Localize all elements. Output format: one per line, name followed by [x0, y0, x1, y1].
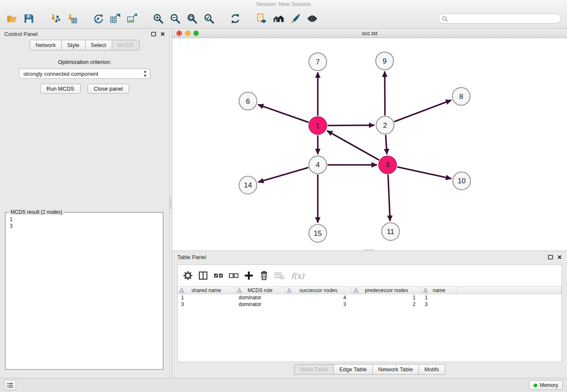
edge-4-to-14[interactable] — [258, 168, 308, 182]
control-tab-network[interactable]: Network — [30, 40, 62, 50]
table-options-button[interactable] — [181, 269, 195, 282]
node-6[interactable]: 6 — [239, 92, 257, 110]
cell-predecessor-nodes[interactable]: 2 — [352, 301, 421, 308]
edge-3-to-10[interactable] — [397, 167, 451, 179]
edge-1-to-6[interactable] — [258, 105, 309, 122]
cell-shared-name[interactable]: 3 — [178, 301, 235, 308]
table-row[interactable]: 3dominator323 — [178, 301, 561, 308]
search-input[interactable] — [438, 14, 561, 24]
edge-3-to-11[interactable] — [388, 174, 390, 221]
network-canvas[interactable]: 7968124314101511 — [172, 38, 567, 251]
cell-MCDS-role[interactable]: dominator — [235, 294, 285, 301]
toolbar-separator — [244, 18, 253, 19]
unselect-all-columns-button[interactable] — [227, 269, 240, 282]
import-network-from-database-button[interactable] — [254, 11, 269, 26]
cell-filler — [457, 301, 561, 308]
import-table-from-file-button[interactable] — [65, 11, 79, 26]
cell-name[interactable]: 3 — [421, 301, 457, 308]
edge-2-to-9[interactable] — [385, 72, 385, 116]
add-column-button[interactable] — [242, 269, 256, 282]
node-10[interactable]: 10 — [453, 172, 471, 190]
node-7[interactable]: 7 — [309, 53, 327, 71]
table-tab-network-table[interactable]: Network Table — [373, 364, 419, 375]
column-header-shared-name[interactable]: shared name — [178, 287, 235, 294]
float-panel-icon[interactable] — [151, 32, 156, 36]
node-14[interactable]: 14 — [239, 176, 257, 194]
toolbar-separator — [217, 18, 227, 19]
zoom-selected-button[interactable] — [202, 11, 216, 26]
import-network-from-file-icon — [50, 13, 61, 24]
task-history-button[interactable] — [4, 380, 16, 390]
node-15[interactable]: 15 — [309, 224, 327, 242]
select-all-columns-button[interactable] — [212, 269, 225, 282]
node-3[interactable]: 3 — [379, 156, 396, 174]
toolbar-separator — [37, 18, 47, 19]
delete-columns-button[interactable] — [257, 269, 271, 282]
window-minimize-button[interactable]: − — [185, 30, 190, 36]
show-hide-graphics-button[interactable] — [305, 11, 319, 26]
save-session-icon — [23, 13, 34, 24]
node-label: 6 — [246, 97, 250, 105]
node-11[interactable]: 11 — [382, 223, 399, 240]
table-row[interactable]: 1dominator411 — [178, 294, 561, 301]
vertical-splitter-grip[interactable] — [170, 198, 171, 209]
apply-preferred-layout-button[interactable] — [228, 11, 242, 26]
apply-style-icon — [290, 13, 301, 24]
node-2[interactable]: 2 — [376, 116, 394, 134]
float-table-panel-icon[interactable] — [548, 255, 553, 259]
memory-button[interactable]: Memory — [529, 381, 563, 390]
control-tab-select[interactable]: Select — [85, 40, 112, 50]
delete-table-button[interactable] — [272, 269, 286, 282]
node-8[interactable]: 8 — [452, 88, 470, 105]
cell-shared-name[interactable]: 1 — [178, 294, 235, 301]
table-tab-edge-table[interactable]: Edge Table — [334, 364, 373, 375]
new-network-button[interactable] — [91, 11, 105, 26]
column-header-label: successor nodes — [299, 287, 337, 293]
open-session-button[interactable] — [5, 11, 19, 26]
column-header-successor-nodes[interactable]: successor nodes — [285, 287, 352, 294]
zoom-fit-button[interactable] — [185, 11, 199, 26]
open-session-icon — [6, 13, 17, 24]
function-builder-button[interactable]: f(x) — [291, 271, 304, 280]
node-4[interactable]: 4 — [309, 156, 327, 174]
apply-style-button[interactable] — [288, 11, 303, 26]
table-tab-node-table[interactable]: Node Table — [294, 364, 334, 375]
edge-2-to-8[interactable] — [394, 100, 451, 122]
network-view-window: × − + scc.txt 7968124314101511 — [172, 29, 567, 251]
table-tab-motifs[interactable]: Motifs — [419, 364, 445, 375]
zoom-in-button[interactable] — [151, 11, 165, 26]
edge-2-to-3[interactable] — [386, 135, 387, 155]
close-mcds-panel-button[interactable]: Close panel — [88, 84, 129, 94]
application-window: Session: New Session Control Panel Netwo… — [0, 0, 567, 392]
control-tab-style[interactable]: Style — [62, 40, 85, 50]
node-9[interactable]: 9 — [376, 52, 394, 70]
cell-MCDS-role[interactable]: dominator — [235, 301, 285, 308]
save-session-button[interactable] — [22, 11, 36, 26]
import-network-from-file-button[interactable] — [48, 11, 62, 26]
optimization-criterion-label: Optimization criterion: — [0, 59, 169, 65]
window-close-button[interactable]: × — [176, 30, 182, 36]
criterion-dropdown[interactable]: strongly connected component — [19, 69, 150, 79]
cell-name[interactable]: 1 — [421, 294, 457, 301]
cell-predecessor-nodes[interactable]: 1 — [352, 294, 421, 301]
edge-3-to-1[interactable] — [327, 131, 379, 160]
close-panel-icon[interactable] — [160, 32, 165, 36]
column-header-predecessor-nodes[interactable]: predecessor nodes — [352, 287, 421, 294]
node-1[interactable]: 1 — [309, 117, 327, 135]
show-columns-button[interactable] — [196, 269, 210, 282]
zoom-out-button[interactable] — [168, 11, 182, 26]
export-image-button[interactable] — [125, 11, 139, 26]
cell-successor-nodes[interactable]: 4 — [285, 294, 352, 301]
column-header-MCDS-role[interactable]: MCDS role — [235, 287, 285, 294]
export-table-button[interactable] — [108, 11, 122, 26]
edge-1-to-2[interactable] — [328, 125, 374, 126]
node-label: 8 — [459, 93, 463, 101]
cyndex-home-button[interactable] — [271, 11, 286, 26]
column-header-name[interactable]: name — [421, 287, 457, 294]
run-mcds-button[interactable]: Run MCDS — [40, 84, 81, 94]
node-label: 9 — [383, 57, 386, 65]
control-tab-mcds[interactable]: MCDS — [112, 40, 140, 50]
close-table-panel-icon[interactable] — [557, 255, 562, 259]
cell-successor-nodes[interactable]: 3 — [285, 301, 352, 308]
window-zoom-button[interactable]: + — [193, 30, 199, 36]
